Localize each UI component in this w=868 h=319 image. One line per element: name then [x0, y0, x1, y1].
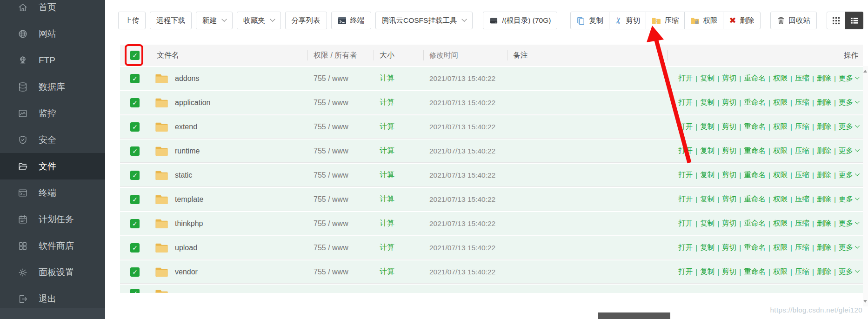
size-calculate-link[interactable]: 计算	[380, 73, 394, 83]
toolbar-button-root-dir[interactable]: /(根目录) (70G)	[483, 12, 557, 29]
column-header-mtime[interactable]: 修改时间	[423, 45, 507, 66]
row-action-cut[interactable]: 剪切	[722, 243, 736, 253]
row-action-copy[interactable]: 复制	[700, 170, 714, 180]
row-action-delete[interactable]: 删除	[817, 146, 831, 156]
row-action-copy[interactable]: 复制	[700, 267, 714, 277]
sidebar-item-cron[interactable]: 计划任务	[0, 206, 105, 233]
row-action-open[interactable]: 打开	[678, 73, 693, 83]
row-action-more[interactable]: 更多	[839, 194, 853, 204]
row-action-rename[interactable]: 重命名	[744, 146, 766, 156]
sidebar-item-settings[interactable]: 面板设置	[0, 259, 105, 286]
row-checkbox[interactable]	[130, 171, 140, 180]
row-action-copy[interactable]: 复制	[700, 243, 714, 253]
row-action-compress[interactable]: 压缩	[795, 170, 809, 180]
sidebar-item-security[interactable]: 安全	[0, 126, 105, 153]
list-view-button[interactable]	[845, 12, 863, 29]
sidebar-item-files[interactable]: 文件	[0, 153, 105, 179]
row-checkbox[interactable]	[130, 98, 140, 107]
row-action-more[interactable]: 更多	[839, 146, 853, 156]
row-checkbox[interactable]	[130, 289, 140, 293]
row-checkbox[interactable]	[130, 146, 140, 156]
column-header-size[interactable]: 大小	[374, 45, 423, 66]
row-action-rename[interactable]: 重命名	[744, 194, 766, 204]
file-name-link[interactable]: vendor	[175, 268, 198, 276]
grid-view-button[interactable]	[827, 12, 845, 29]
row-action-open[interactable]: 打开	[678, 98, 693, 107]
row-action-delete[interactable]: 删除	[817, 98, 831, 107]
row-action-cut[interactable]: 剪切	[722, 219, 736, 228]
file-name-link[interactable]: addons	[175, 74, 200, 83]
row-action-open[interactable]: 打开	[678, 146, 693, 156]
size-calculate-link[interactable]: 计算	[380, 146, 394, 156]
toolbar-button-cut[interactable]: ✂剪切	[609, 12, 646, 29]
toolbar-button-permission[interactable]: 权限	[684, 12, 723, 29]
row-action-copy[interactable]: 复制	[700, 219, 714, 228]
row-action-compress[interactable]: 压缩	[795, 146, 809, 156]
size-calculate-link[interactable]: 计算	[380, 98, 394, 107]
row-action-permission[interactable]: 权限	[773, 170, 788, 180]
row-action-rename[interactable]: 重命名	[744, 98, 766, 107]
row-action-permission[interactable]: 权限	[773, 194, 788, 204]
row-action-permission[interactable]: 权限	[773, 219, 788, 228]
row-action-permission[interactable]: 权限	[773, 73, 788, 83]
file-name-link[interactable]: thinkphp	[175, 219, 203, 228]
file-name-link[interactable]: static	[175, 171, 192, 179]
toolbar-button-delete[interactable]: ✖删除	[723, 12, 760, 29]
sidebar-item-appstore[interactable]: 软件商店	[0, 233, 105, 259]
sidebar-item-database[interactable]: 数据库	[0, 73, 105, 100]
row-action-permission[interactable]: 权限	[773, 243, 788, 253]
row-action-permission[interactable]: 权限	[773, 98, 788, 107]
column-header-filename[interactable]: 文件名	[146, 45, 307, 66]
row-action-rename[interactable]: 重命名	[744, 219, 766, 228]
row-action-delete[interactable]: 删除	[817, 267, 831, 277]
row-action-delete[interactable]: 删除	[817, 73, 831, 83]
row-action-copy[interactable]: 复制	[700, 73, 714, 83]
file-name-link[interactable]: application	[175, 99, 211, 107]
row-action-compress[interactable]: 压缩	[795, 194, 809, 204]
row-action-cut[interactable]: 剪切	[722, 146, 736, 156]
row-action-cut[interactable]: 剪切	[722, 170, 736, 180]
row-action-more[interactable]: 更多	[839, 267, 853, 277]
row-action-cut[interactable]: 剪切	[722, 267, 736, 277]
toolbar-button-cosfs[interactable]: 腾讯云COSFS挂载工具	[375, 12, 473, 29]
row-action-rename[interactable]: 重命名	[744, 73, 766, 83]
select-all-checkbox[interactable]	[130, 51, 140, 60]
row-action-rename[interactable]: 重命名	[744, 243, 766, 253]
file-name-link[interactable]: runtime	[175, 147, 200, 155]
row-action-more[interactable]: 更多	[839, 98, 853, 107]
sidebar-item-site[interactable]: 网站	[0, 20, 105, 47]
row-action-delete[interactable]: 删除	[817, 243, 831, 253]
size-calculate-link[interactable]: 计算	[380, 219, 394, 228]
row-action-open[interactable]: 打开	[678, 219, 693, 228]
toolbar-button-new[interactable]: 新建	[196, 12, 233, 29]
sidebar-item-ftp[interactable]: FTP	[0, 47, 105, 73]
file-name-link[interactable]: upload	[175, 244, 197, 252]
scroll-down-icon[interactable]	[863, 300, 867, 303]
row-action-more[interactable]: 更多	[839, 219, 853, 228]
toolbar-button-remote-download[interactable]: 远程下载	[150, 12, 192, 29]
toolbar-button-share-list[interactable]: 分享列表	[285, 12, 327, 29]
row-action-rename[interactable]: 重命名	[744, 170, 766, 180]
row-action-open[interactable]: 打开	[678, 122, 693, 132]
file-name-link[interactable]: extend	[175, 123, 197, 131]
row-action-permission[interactable]: 权限	[773, 122, 788, 132]
row-action-open[interactable]: 打开	[678, 267, 693, 277]
row-action-open[interactable]: 打开	[678, 194, 693, 204]
row-action-more[interactable]: 更多	[839, 73, 853, 83]
scroll-up-icon[interactable]	[863, 70, 867, 73]
row-action-compress[interactable]: 压缩	[795, 219, 809, 228]
row-checkbox[interactable]	[130, 74, 140, 83]
row-checkbox[interactable]	[130, 195, 140, 204]
sidebar-item-home[interactable]: 首页	[0, 0, 105, 20]
sidebar-item-monitor[interactable]: 监控	[0, 100, 105, 126]
size-calculate-link[interactable]: 计算	[380, 170, 394, 180]
row-action-rename[interactable]: 重命名	[744, 122, 766, 132]
row-action-compress[interactable]: 压缩	[795, 267, 809, 277]
size-calculate-link[interactable]: 计算	[380, 243, 394, 253]
row-action-open[interactable]: 打开	[678, 170, 693, 180]
row-action-compress[interactable]: 压缩	[795, 98, 809, 107]
toolbar-button-copy[interactable]: 复制	[570, 12, 609, 29]
toolbar-button-upload[interactable]: 上传	[118, 12, 146, 29]
row-action-cut[interactable]: 剪切	[722, 194, 736, 204]
row-action-delete[interactable]: 删除	[817, 219, 831, 228]
